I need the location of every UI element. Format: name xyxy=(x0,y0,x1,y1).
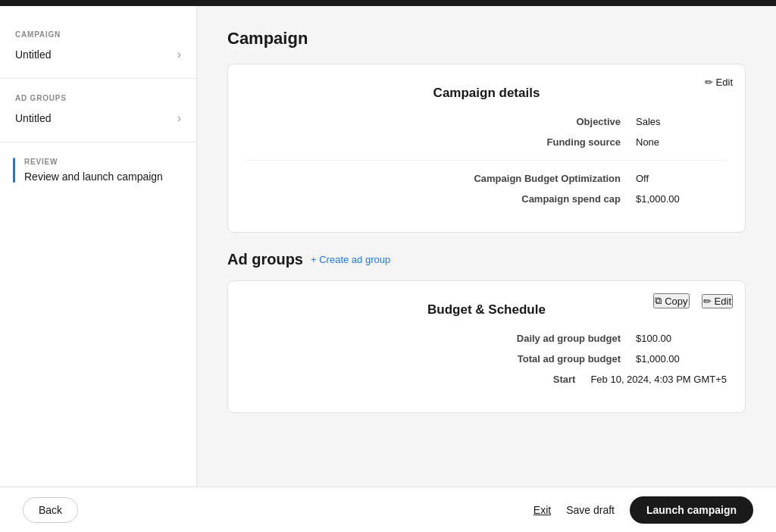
top-bar xyxy=(0,0,776,6)
exit-button[interactable]: Exit xyxy=(534,504,551,516)
chevron-right-icon-2 xyxy=(177,111,181,125)
ad-groups-section-title: Ad groups xyxy=(227,251,303,268)
sidebar-campaign-name: Untitled xyxy=(15,49,51,61)
review-active-bar xyxy=(13,158,15,183)
start-value: Feb 10, 2024, 4:03 PM GMT+5 xyxy=(590,374,727,385)
spend-cap-label: Campaign spend cap xyxy=(484,193,636,205)
sidebar-divider-1 xyxy=(0,78,196,79)
copy-label: Copy xyxy=(665,296,687,307)
launch-campaign-button[interactable]: Launch campaign xyxy=(630,496,753,524)
detail-row-cbo: Campaign Budget Optimization Off xyxy=(246,173,727,184)
edit-label: Edit xyxy=(715,296,731,307)
card-action-btns: Copy Edit xyxy=(653,293,733,308)
review-section: REVIEW Review and launch campaign xyxy=(0,149,196,189)
back-button[interactable]: Back xyxy=(23,497,78,523)
campaign-edit-label: Edit xyxy=(716,77,733,88)
save-draft-button[interactable]: Save draft xyxy=(566,504,615,516)
detail-row-funding: Funding source None xyxy=(246,136,727,148)
total-budget-value: $1,000.00 xyxy=(636,353,727,365)
sidebar-ad-groups-name: Untitled xyxy=(15,112,51,124)
chevron-right-icon xyxy=(177,48,181,61)
daily-budget-label: Daily ad group budget xyxy=(484,333,636,344)
cbo-label: Campaign Budget Optimization xyxy=(474,173,636,184)
review-content: REVIEW Review and launch campaign xyxy=(24,158,163,183)
detail-row-objective: Objective Sales xyxy=(246,116,727,127)
funding-label: Funding source xyxy=(484,136,636,148)
start-label: Start xyxy=(439,374,590,385)
bottom-bar: Back Exit Save draft Launch campaign xyxy=(0,487,776,532)
detail-row-start: Start Feb 10, 2024, 4:03 PM GMT+5 xyxy=(246,374,727,385)
objective-value: Sales xyxy=(636,116,727,127)
edit-button[interactable]: Edit xyxy=(702,294,733,308)
sidebar-item-review[interactable]: Review and launch campaign xyxy=(24,171,163,183)
page-title: Campaign xyxy=(227,29,746,49)
card-separator xyxy=(246,160,727,161)
spend-cap-value: $1,000.00 xyxy=(636,193,727,205)
review-section-label: REVIEW xyxy=(24,158,163,166)
detail-row-total-budget: Total ad group budget $1,000.00 xyxy=(246,353,727,365)
app-layout: CAMPAIGN Untitled AD GROUPS Untitled REV… xyxy=(0,6,776,532)
detail-row-daily-budget: Daily ad group budget $100.00 xyxy=(246,333,727,344)
daily-budget-value: $100.00 xyxy=(636,333,727,344)
detail-row-spend-cap: Campaign spend cap $1,000.00 xyxy=(246,193,727,205)
campaign-edit-button[interactable]: Edit xyxy=(705,77,733,88)
create-ad-group-link[interactable]: + Create ad group xyxy=(311,254,390,265)
ad-groups-section-label: AD GROUPS xyxy=(15,94,181,102)
ad-group-card: Copy Edit Budget & Schedule Daily ad gro… xyxy=(227,280,746,413)
campaign-section: CAMPAIGN Untitled xyxy=(0,21,196,72)
cbo-value: Off xyxy=(636,173,727,184)
create-ad-group-label: + Create ad group xyxy=(311,254,390,265)
sidebar: CAMPAIGN Untitled AD GROUPS Untitled REV… xyxy=(0,6,197,532)
main-content: Campaign Edit Campaign details Objective… xyxy=(197,6,776,532)
sidebar-divider-2 xyxy=(0,142,196,142)
ad-groups-section: AD GROUPS Untitled xyxy=(0,85,196,136)
campaign-details-card: Edit Campaign details Objective Sales Fu… xyxy=(227,64,746,233)
campaign-section-label: CAMPAIGN xyxy=(15,30,181,39)
funding-value: None xyxy=(636,136,727,148)
sidebar-item-ad-groups[interactable]: Untitled xyxy=(15,107,181,130)
total-budget-label: Total ad group budget xyxy=(484,353,636,365)
copy-icon xyxy=(655,295,662,307)
pencil-icon-2 xyxy=(703,296,712,307)
campaign-details-title: Campaign details xyxy=(246,86,727,101)
copy-button[interactable]: Copy xyxy=(653,293,689,308)
objective-label: Objective xyxy=(484,116,636,127)
ad-groups-header: Ad groups + Create ad group xyxy=(227,251,746,268)
bottom-right-btns: Exit Save draft Launch campaign xyxy=(534,496,753,524)
pencil-icon xyxy=(705,77,713,88)
sidebar-item-campaign[interactable]: Untitled xyxy=(15,43,181,66)
